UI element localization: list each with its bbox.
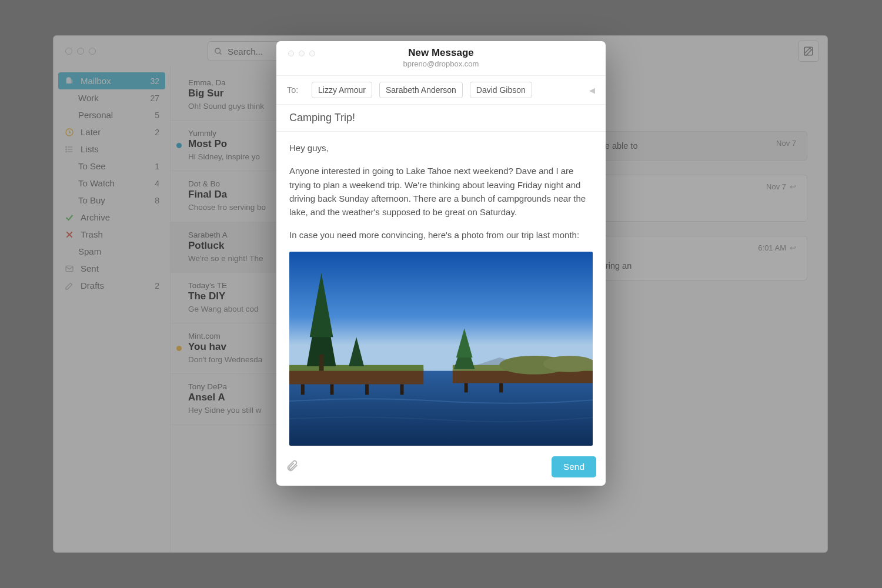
svg-rect-24: [330, 384, 333, 395]
minimize-dot-icon[interactable]: [299, 51, 305, 56]
recipient-chip[interactable]: David Gibson: [470, 82, 532, 98]
svg-rect-25: [365, 384, 369, 395]
svg-rect-20: [319, 354, 324, 370]
body-paragraph: In case you need more convincing, here's…: [289, 228, 593, 242]
svg-rect-23: [301, 384, 305, 395]
svg-rect-27: [465, 383, 468, 392]
svg-rect-28: [499, 383, 503, 392]
svg-rect-14: [289, 252, 593, 372]
compose-title: New Message: [286, 47, 596, 59]
compose-dialog: New Message bpreno@dropbox.com To: Lizzy…: [276, 41, 606, 486]
to-label: To:: [287, 85, 305, 95]
close-dot-icon[interactable]: [288, 51, 294, 56]
body-paragraph: Anyone interested in going to Lake Tahoe…: [289, 164, 593, 219]
to-row[interactable]: To: Lizzy Armour Sarabeth Anderson David…: [276, 76, 606, 105]
compose-window-controls[interactable]: [285, 51, 319, 56]
attachment-icon[interactable]: [286, 459, 299, 475]
attached-photo: [289, 252, 593, 446]
recipient-chip[interactable]: Lizzy Armour: [312, 82, 372, 98]
recipient-chip[interactable]: Sarabeth Anderson: [379, 82, 463, 98]
svg-rect-26: [400, 384, 404, 395]
compose-body[interactable]: Hey guys, Anyone interested in going to …: [276, 132, 606, 449]
send-button[interactable]: Send: [552, 456, 596, 477]
compose-header: New Message bpreno@dropbox.com: [276, 41, 606, 76]
body-greeting: Hey guys,: [289, 141, 593, 155]
zoom-dot-icon[interactable]: [309, 51, 315, 56]
modal-overlay[interactable]: New Message bpreno@dropbox.com To: Lizzy…: [0, 0, 882, 588]
expand-recipients-icon[interactable]: ◀: [589, 86, 595, 95]
compose-footer: Send: [276, 449, 606, 486]
compose-from: bpreno@dropbox.com: [286, 59, 596, 68]
svg-rect-16: [289, 369, 423, 384]
subject-field[interactable]: Camping Trip!: [276, 105, 606, 132]
